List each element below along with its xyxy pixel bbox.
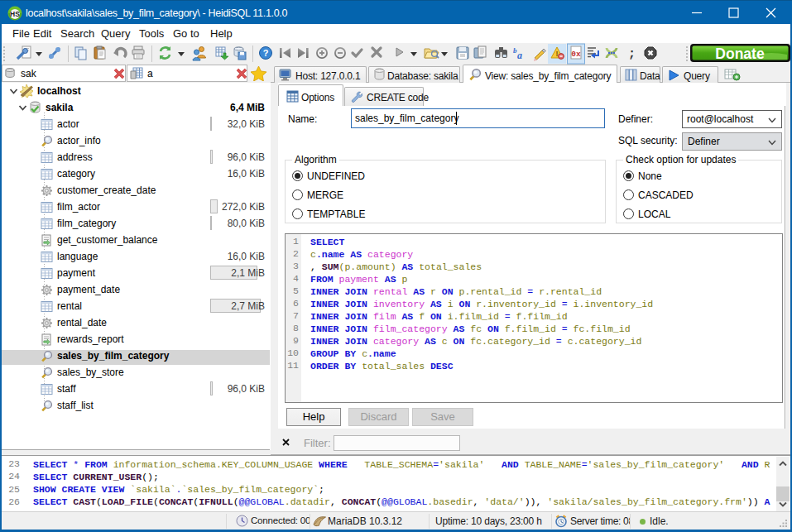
svg-text:?: ? <box>263 48 269 58</box>
svg-text:;: ; <box>628 47 636 61</box>
svg-text:Donate: Donate <box>715 46 765 62</box>
svg-text:0x: 0x <box>571 50 581 59</box>
svg-text:a: a <box>517 50 522 61</box>
svg-text:HS: HS <box>10 10 20 18</box>
svg-text:!: ! <box>556 50 559 58</box>
